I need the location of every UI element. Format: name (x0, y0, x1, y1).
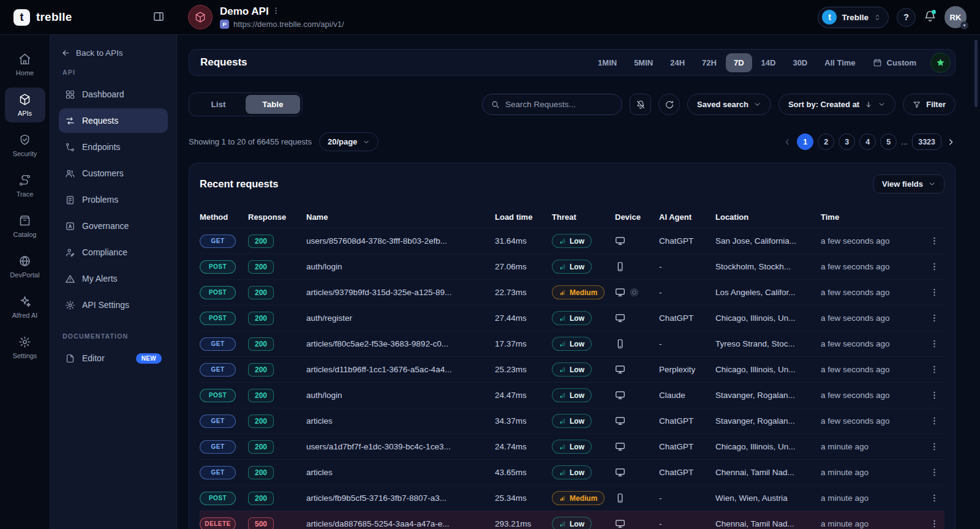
row-menu-button[interactable] (926, 285, 942, 301)
location: Stavanger, Rogalan... (715, 408, 821, 434)
time-range-7d[interactable]: 7D (726, 53, 752, 72)
row-menu-button[interactable] (926, 362, 942, 378)
pagination-ellipsis: ... (901, 137, 908, 146)
row-menu-button[interactable] (926, 259, 942, 275)
table-row[interactable]: DELETE500articles/da887685-5254-3aa4-a47… (200, 511, 944, 529)
row-menu-button[interactable] (926, 439, 942, 455)
user-avatar[interactable]: RK ▾ (944, 6, 967, 28)
back-to-apis-link[interactable]: Back to APIs (59, 47, 168, 59)
row-menu-button[interactable] (926, 413, 942, 429)
sidebar-item-governance[interactable]: Governance (59, 214, 168, 238)
topbar: t treblle Demo API P https://demo.trebll… (0, 0, 980, 35)
sidebar-item-api-settings[interactable]: API Settings (59, 293, 168, 317)
scrollbar-thumb[interactable] (974, 40, 978, 107)
row-menu-button[interactable] (926, 465, 942, 481)
rail-item-settings[interactable]: Settings (5, 330, 45, 365)
sort-button[interactable]: Sort by: Created at (778, 94, 895, 115)
request-time: a minute ago (821, 493, 914, 503)
sort-label: Sort by: Created at (788, 100, 859, 109)
sidebar-item-my-alerts[interactable]: My Alerts (59, 266, 168, 291)
table-row[interactable]: POST200auth/register27.44msLowChatGPTChi… (200, 305, 944, 331)
row-menu-button[interactable] (926, 516, 942, 529)
table-row[interactable]: GET200articles/f80c5ae2-f53e-3683-9892-c… (200, 331, 944, 356)
sidebar-item-customers[interactable]: Customers (59, 161, 168, 186)
trace-icon (18, 174, 31, 187)
table-row[interactable]: GET200users/857608d4-378c-3fff-8b03-2efb… (200, 228, 944, 253)
table-row[interactable]: GET200articles34.37msLowChatGPTStavanger… (200, 408, 944, 433)
response-badge: 200 (248, 337, 274, 351)
rail-item-devportal[interactable]: DevPortal (5, 249, 45, 284)
device-icons (615, 467, 659, 478)
table-row[interactable]: POST200auth/login27.06msLow-Stockholm, S… (200, 253, 944, 279)
time-range-custom[interactable]: Custom (865, 53, 924, 72)
pagination-page-3[interactable]: 3 (839, 133, 855, 150)
favorite-star-button[interactable] (930, 53, 951, 73)
per-page-select[interactable]: 20/page (319, 132, 379, 151)
rail-item-security[interactable]: Security (5, 128, 45, 163)
sidebar-item-label: Problems (82, 195, 162, 204)
sidebar-item-label: My Alerts (82, 274, 162, 283)
time-range-all-time[interactable]: All Time (816, 53, 863, 72)
load-time: 24.47ms (495, 391, 552, 400)
sidebar-item-endpoints[interactable]: Endpoints (59, 135, 168, 159)
table-row[interactable]: GET200articles43.65msLowChatGPTChennai, … (200, 459, 944, 485)
pagination-page-1[interactable]: 1 (797, 133, 813, 150)
time-range-1min[interactable]: 1MIN (590, 53, 625, 72)
pagination-prev-button[interactable] (783, 137, 793, 147)
time-range-14d[interactable]: 14D (753, 53, 784, 72)
workspace-switcher[interactable]: t Treblle (818, 7, 889, 28)
pagination-page-5[interactable]: 5 (880, 133, 897, 150)
table-row[interactable]: POST200articles/9379b9fd-315d-325e-a125-… (200, 279, 944, 305)
sidebar-section-api: API (59, 69, 168, 76)
table-row[interactable]: POST200articles/fb9b5cf5-3716-3fb7-8807-… (200, 485, 944, 511)
view-toggle-list[interactable]: List (191, 95, 246, 114)
row-menu-button[interactable] (926, 336, 942, 352)
row-menu-button[interactable] (926, 233, 942, 249)
sidebar-item-dashboard[interactable]: Dashboard (59, 82, 168, 107)
pagination-next-button[interactable] (946, 137, 956, 147)
desktop-icon (615, 519, 625, 529)
request-time: a few seconds ago (821, 416, 914, 426)
avatar-initials: RK (950, 13, 962, 22)
time-range-72h[interactable]: 72H (694, 53, 725, 72)
sidebar-collapse-button[interactable] (153, 10, 165, 24)
rail-item-alfred-ai[interactable]: Alfred AI (5, 290, 45, 325)
row-menu-button[interactable] (926, 310, 942, 326)
rail-item-label: Home (16, 69, 34, 77)
table-row[interactable]: GET200users/a1d7bf7f-e1dc-3039-bc4c-1ce3… (200, 433, 944, 459)
sidebar-item-requests[interactable]: Requests (59, 108, 168, 133)
time-range-24h[interactable]: 24H (662, 53, 693, 72)
view-fields-button[interactable]: View fields (873, 174, 944, 193)
saved-search-button[interactable]: Saved search (687, 94, 771, 115)
alfred-icon (18, 295, 31, 308)
rail-item-home[interactable]: Home (5, 47, 45, 82)
api-options-button[interactable] (271, 6, 281, 17)
notifications-button[interactable] (924, 10, 937, 24)
rail-item-catalog[interactable]: Catalog (5, 209, 45, 244)
signal-bars-icon (559, 495, 566, 501)
sidebar-item-compliance[interactable]: Compliance (59, 240, 168, 264)
time-range-30d[interactable]: 30D (785, 53, 815, 72)
time-range-5min[interactable]: 5MIN (626, 53, 661, 72)
search-box (482, 94, 622, 115)
pagination-page-4[interactable]: 4 (859, 133, 876, 150)
sidebar-item-label: API Settings (82, 300, 162, 310)
rail-item-trace[interactable]: Trace (5, 168, 45, 203)
table-row[interactable]: POST200auth/login24.47msLowClaudeStavang… (200, 382, 944, 408)
sidebar-item-problems[interactable]: Problems (59, 187, 168, 212)
row-menu-button[interactable] (926, 388, 942, 403)
rail-item-apis[interactable]: APIs (5, 88, 45, 122)
row-menu-button[interactable] (926, 490, 942, 506)
pagination-page-2[interactable]: 2 (818, 133, 834, 150)
pagination-page-last[interactable]: 3323 (912, 133, 941, 150)
view-toggle-table[interactable]: Table (246, 95, 300, 114)
table-row[interactable]: GET200articles/d11b96ff-1cc1-3676-a5ac-4… (200, 356, 944, 382)
refresh-button[interactable] (658, 94, 680, 115)
search-input[interactable] (505, 100, 614, 109)
help-button[interactable]: ? (897, 8, 916, 27)
filter-button[interactable]: Filter (903, 94, 956, 115)
mute-notifications-button[interactable] (630, 94, 651, 115)
response-badge: 200 (248, 363, 274, 377)
column-header-name: Name (306, 212, 495, 222)
sidebar-item-editor[interactable]: EditorNEW (59, 346, 168, 370)
